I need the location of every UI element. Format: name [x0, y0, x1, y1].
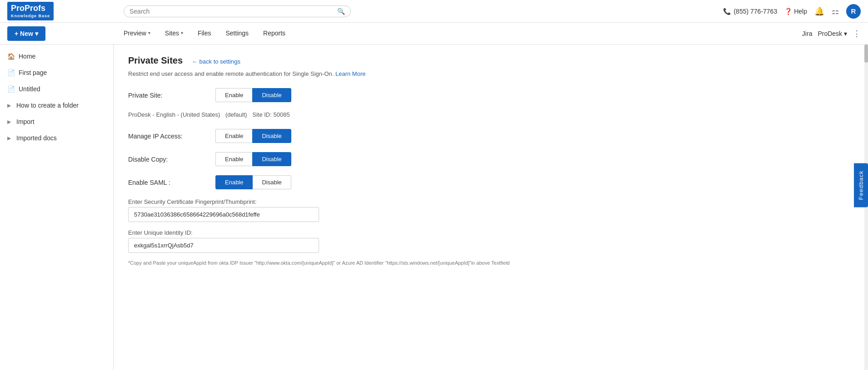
search-input[interactable]: [130, 8, 335, 15]
page-icon-untitled: 📄: [7, 85, 15, 93]
sidebar-label-untitled: Untitled: [19, 85, 40, 93]
new-button[interactable]: + New ▾: [7, 26, 45, 41]
nav-center: Preview ▾ Sites ▾ Files Settings Reports: [116, 24, 802, 43]
sidebar-item-imported-docs[interactable]: ▶ Imported docs: [0, 130, 113, 146]
nav-settings[interactable]: Settings: [218, 24, 256, 43]
help-text: Help: [794, 8, 807, 15]
disable-copy-disable-button[interactable]: Disable: [252, 152, 291, 166]
disable-copy-label: Disable Copy:: [128, 156, 210, 163]
search-bar[interactable]: 🔍: [124, 5, 351, 17]
page-description: Restrict end user access and enable remo…: [128, 70, 850, 77]
private-site-disable-button[interactable]: Disable: [252, 88, 291, 102]
nav-bar: + New ▾ Preview ▾ Sites ▾ Files Settings…: [0, 23, 868, 44]
manage-ip-toggle: Enable Disable: [215, 129, 291, 143]
fingerprint-input[interactable]: [128, 207, 319, 222]
sidebar: 🏠 Home 📄 First page 📄 Untitled ▶ How to …: [0, 44, 114, 370]
identity-id-label: Enter Unique Identity ID:: [128, 229, 850, 236]
sidebar-label-home: Home: [19, 53, 35, 60]
feedback-tab[interactable]: Feedback: [854, 163, 868, 207]
saml-form-section: Enter Security Certificate Fingerprint/T…: [128, 198, 850, 266]
manage-ip-row: Manage IP Access: Enable Disable: [128, 129, 850, 143]
saml-label: Enable SAML :: [128, 179, 210, 186]
sidebar-label-import: Import: [16, 118, 35, 125]
help-icon: ❓: [784, 8, 792, 15]
saml-row: Enable SAML : Enable Disable: [128, 175, 850, 189]
fingerprint-label: Enter Security Certificate Fingerprint/T…: [128, 198, 850, 205]
page-header: Private Sites ← back to settings: [128, 55, 850, 68]
sidebar-label-first-page: First page: [19, 69, 47, 76]
jira-link[interactable]: Jira: [802, 30, 813, 37]
logo: ProProfs Knowledge Base: [7, 2, 116, 20]
sidebar-item-how-to-create[interactable]: ▶ How to create a folder: [0, 97, 113, 113]
site-info: ProDesk - English - (United States) (def…: [128, 111, 850, 118]
sites-chevron: ▾: [181, 30, 183, 35]
chevron-right-icon-imported: ▶: [7, 135, 11, 141]
saml-disable-button[interactable]: Disable: [253, 175, 291, 189]
preview-chevron: ▾: [148, 30, 150, 35]
content-area: Private Sites ← back to settings Restric…: [114, 44, 864, 370]
nav-preview[interactable]: Preview ▾: [116, 24, 158, 43]
search-icon: 🔍: [337, 8, 345, 15]
nav-reports[interactable]: Reports: [256, 24, 293, 43]
disable-copy-toggle: Enable Disable: [215, 152, 291, 166]
disable-copy-enable-button[interactable]: Enable: [215, 152, 252, 166]
home-icon: 🏠: [7, 53, 15, 60]
identity-id-row: Enter Unique Identity ID:: [128, 229, 850, 253]
logo-proprofs: ProProfs: [11, 4, 50, 14]
sidebar-item-first-page[interactable]: 📄 First page: [0, 64, 113, 81]
disable-copy-row: Disable Copy: Enable Disable: [128, 152, 850, 166]
page-icon-first: 📄: [7, 69, 15, 76]
site-default-badge: (default): [225, 111, 247, 118]
prodesk-link[interactable]: ProDesk ▾: [818, 30, 847, 37]
sidebar-item-untitled[interactable]: 📄 Untitled: [0, 81, 113, 97]
scrollbar-thumb[interactable]: [864, 44, 868, 63]
manage-ip-enable-button[interactable]: Enable: [215, 129, 252, 143]
phone-icon: 📞: [723, 8, 731, 15]
private-site-label: Private Site:: [128, 92, 210, 99]
saml-enable-button[interactable]: Enable: [215, 175, 253, 189]
private-site-enable-button[interactable]: Enable: [215, 88, 252, 102]
nav-files[interactable]: Files: [190, 24, 219, 43]
sidebar-label-how-to-create: How to create a folder: [16, 102, 79, 109]
help-button[interactable]: ❓ Help: [784, 8, 807, 15]
page-title: Private Sites: [128, 55, 183, 66]
learn-more-link[interactable]: Learn More: [335, 70, 365, 77]
logo-subtitle: Knowledge Base: [11, 14, 50, 19]
saml-toggle: Enable Disable: [215, 175, 291, 189]
phone-number: (855) 776-7763: [733, 8, 777, 15]
chevron-right-icon-folder: ▶: [7, 103, 11, 109]
private-site-row: Private Site: Enable Disable: [128, 88, 850, 102]
chevron-right-icon-import: ▶: [7, 119, 11, 125]
manage-ip-disable-button[interactable]: Disable: [252, 129, 291, 143]
sidebar-item-home[interactable]: 🏠 Home: [0, 48, 113, 64]
private-site-toggle: Enable Disable: [215, 88, 291, 102]
identity-id-input[interactable]: [128, 238, 319, 253]
new-button-area: + New ▾: [7, 26, 116, 41]
sidebar-label-imported-docs: Imported docs: [16, 134, 57, 142]
fingerprint-row: Enter Security Certificate Fingerprint/T…: [128, 198, 850, 222]
nav-sites[interactable]: Sites ▾: [158, 24, 190, 43]
site-name: ProDesk - English - (United States): [128, 111, 220, 118]
sidebar-item-import[interactable]: ▶ Import: [0, 113, 113, 130]
phone-label: 📞 (855) 776-7763: [723, 8, 777, 15]
more-options-icon[interactable]: ⋮: [853, 29, 861, 39]
top-right-controls: 📞 (855) 776-7763 ❓ Help 🔔 ⚏ R: [723, 4, 861, 19]
nav-right: Jira ProDesk ▾ ⋮: [802, 29, 861, 39]
saml-note: *Copy and Paste your uniqueAppId from ok…: [128, 260, 850, 266]
notifications-icon[interactable]: 🔔: [814, 6, 824, 16]
back-to-settings-link[interactable]: ← back to settings: [192, 58, 240, 65]
site-id: Site ID: 50085: [252, 111, 289, 118]
apps-grid-icon[interactable]: ⚏: [832, 6, 839, 16]
manage-ip-label: Manage IP Access:: [128, 133, 210, 140]
avatar[interactable]: R: [846, 4, 861, 19]
